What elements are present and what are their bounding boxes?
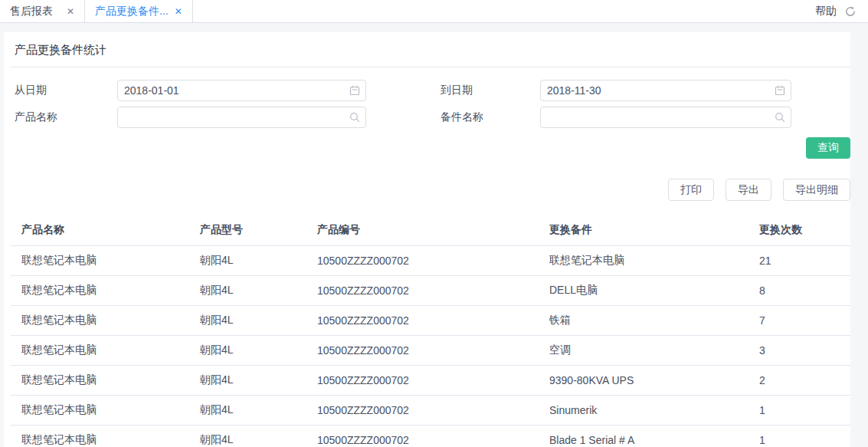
part-name-label: 备件名称 <box>441 110 540 124</box>
tab-aftersales-report[interactable]: 售后报表 ✕ <box>0 0 84 22</box>
cell-replace-count: 2 <box>748 365 850 395</box>
cell-product-model: 朝阳4L <box>189 425 306 447</box>
to-date-label: 到日期 <box>441 84 540 97</box>
cell-product-number: 10500ZZZZ000702 <box>306 365 539 395</box>
cell-product-name: 联想笔记本电脑 <box>11 335 189 365</box>
table-row: 联想笔记本电脑 朝阳4L 10500ZZZZ000702 联想笔记本电脑 21 <box>11 245 850 275</box>
cell-replace-count: 8 <box>748 275 850 305</box>
col-header-product-number: 产品编号 <box>306 215 539 245</box>
cell-replaced-part: Sinumerik <box>539 395 748 425</box>
table-header-row: 产品名称 产品型号 产品编号 更换备件 更换次数 <box>11 215 850 245</box>
cell-product-name: 联想笔记本电脑 <box>11 275 189 305</box>
cell-product-model: 朝阳4L <box>189 365 306 395</box>
product-name-input[interactable] <box>117 107 366 128</box>
calendar-icon[interactable] <box>774 84 786 97</box>
query-button[interactable]: 查询 <box>806 137 850 159</box>
tabbar-right: 帮助 <box>815 0 868 22</box>
col-header-product-model: 产品型号 <box>189 215 306 245</box>
from-date-input[interactable] <box>117 80 366 101</box>
col-header-replaced-part: 更换备件 <box>539 215 748 245</box>
refresh-icon[interactable] <box>844 5 857 18</box>
cell-product-name: 联想笔记本电脑 <box>11 305 189 335</box>
table-row: 联想笔记本电脑 朝阳4L 10500ZZZZ000702 Sinumerik 1 <box>11 395 850 425</box>
cell-replace-count: 1 <box>748 395 850 425</box>
tab-product-part-replacement[interactable]: 产品更换备件... ✕ <box>84 0 193 22</box>
report-table: 产品名称 产品型号 产品编号 更换备件 更换次数 联想笔记本电脑 朝阳4L 10… <box>11 215 850 447</box>
table-body: 联想笔记本电脑 朝阳4L 10500ZZZZ000702 联想笔记本电脑 21 … <box>11 245 850 447</box>
cell-replace-count: 21 <box>748 245 850 275</box>
cell-replaced-part: Blade 1 Serial # A <box>539 425 748 447</box>
cell-product-model: 朝阳4L <box>189 395 306 425</box>
cell-product-name: 联想笔记本电脑 <box>11 395 189 425</box>
cell-product-number: 10500ZZZZ000702 <box>306 335 539 365</box>
cell-replace-count: 7 <box>748 305 850 335</box>
cell-product-number: 10500ZZZZ000702 <box>306 305 539 335</box>
export-detail-button[interactable]: 导出明细 <box>783 179 850 201</box>
cell-replaced-part: 空调 <box>539 335 748 365</box>
part-name-input[interactable] <box>540 107 791 128</box>
cell-product-model: 朝阳4L <box>189 245 306 275</box>
cell-product-number: 10500ZZZZ000702 <box>306 245 539 275</box>
cell-product-model: 朝阳4L <box>189 275 306 305</box>
cell-replace-count: 1 <box>748 425 850 447</box>
export-button[interactable]: 导出 <box>726 179 771 201</box>
page-title: 产品更换备件统计 <box>11 32 850 67</box>
tab-bar: 售后报表 ✕ 产品更换备件... ✕ 帮助 <box>0 0 868 23</box>
table-row: 联想笔记本电脑 朝阳4L 10500ZZZZ000702 Blade 1 Ser… <box>11 425 850 447</box>
close-icon[interactable]: ✕ <box>67 7 74 16</box>
cell-product-model: 朝阳4L <box>189 305 306 335</box>
product-name-label: 产品名称 <box>11 110 117 124</box>
cell-product-number: 10500ZZZZ000702 <box>306 395 539 425</box>
calendar-icon[interactable] <box>349 84 361 97</box>
print-button[interactable]: 打印 <box>668 179 714 201</box>
col-header-product-name: 产品名称 <box>11 215 189 245</box>
cell-replaced-part: 铁箱 <box>539 305 748 335</box>
search-icon[interactable] <box>774 111 786 123</box>
cell-replaced-part: DELL电脑 <box>539 275 748 305</box>
cell-replace-count: 3 <box>748 335 850 365</box>
cell-replaced-part: 联想笔记本电脑 <box>539 245 748 275</box>
cell-product-name: 联想笔记本电脑 <box>11 365 189 395</box>
cell-product-number: 10500ZZZZ000702 <box>306 275 539 305</box>
search-icon[interactable] <box>349 111 361 123</box>
from-date-label: 从日期 <box>11 84 117 97</box>
content-panel: 产品更换备件统计 从日期 到日期 <box>4 32 850 447</box>
tab-label: 售后报表 <box>10 5 53 18</box>
cell-replaced-part: 9390-80KVA UPS <box>539 365 748 395</box>
col-header-replace-count: 更换次数 <box>748 215 850 245</box>
cell-product-number: 10500ZZZZ000702 <box>306 425 539 447</box>
cell-product-name: 联想笔记本电脑 <box>11 425 189 447</box>
to-date-input[interactable] <box>540 80 791 101</box>
table-row: 联想笔记本电脑 朝阳4L 10500ZZZZ000702 空调 3 <box>11 335 850 365</box>
table-row: 联想笔记本电脑 朝阳4L 10500ZZZZ000702 DELL电脑 8 <box>11 275 850 305</box>
cell-product-name: 联想笔记本电脑 <box>11 245 189 275</box>
table-row: 联想笔记本电脑 朝阳4L 10500ZZZZ000702 9390-80KVA … <box>11 365 850 395</box>
help-link[interactable]: 帮助 <box>815 5 837 18</box>
cell-product-model: 朝阳4L <box>189 335 306 365</box>
close-icon[interactable]: ✕ <box>175 7 182 16</box>
table-row: 联想笔记本电脑 朝阳4L 10500ZZZZ000702 铁箱 7 <box>11 305 850 335</box>
filter-form: 从日期 到日期 <box>11 80 850 128</box>
tab-label: 产品更换备件... <box>95 5 169 18</box>
